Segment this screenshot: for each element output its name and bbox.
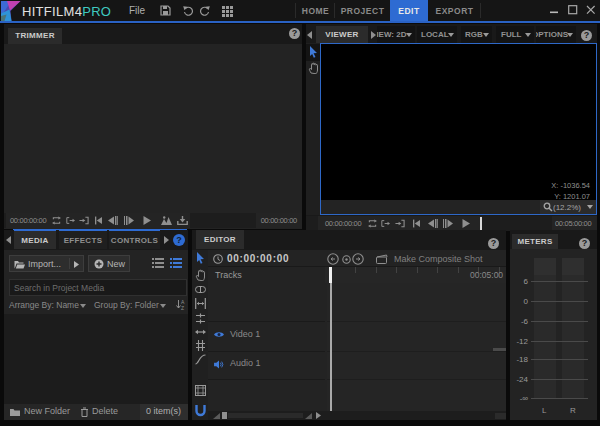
svg-text:Z: Z <box>181 305 184 311</box>
